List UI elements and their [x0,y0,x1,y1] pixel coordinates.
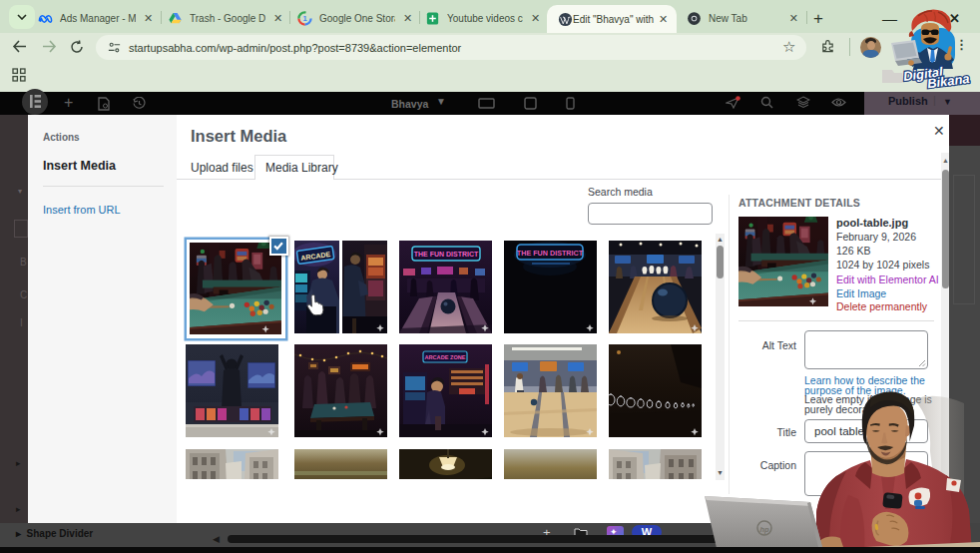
svg-text:1: 1 [302,14,306,23]
svg-text:THE FUN DISTRICT: THE FUN DISTRICT [517,249,584,258]
svg-text:ARCADE ZONE: ARCADE ZONE [424,354,465,360]
svg-text:THE FUN DISTRICT: THE FUN DISTRICT [414,251,479,258]
